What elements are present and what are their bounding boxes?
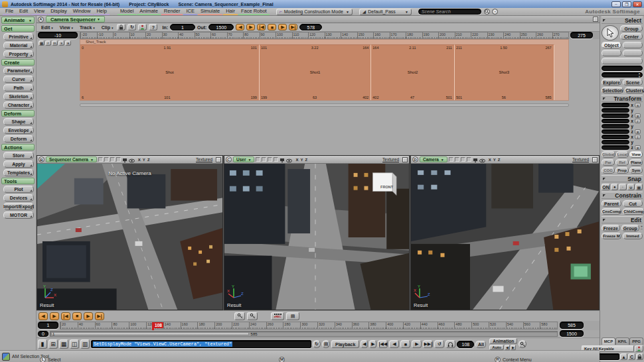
sequencer-menu-track[interactable]: Track ▾	[78, 25, 97, 30]
skip-start-icon[interactable]: |◀	[257, 24, 266, 30]
t-mode-icon[interactable]: t	[635, 135, 641, 139]
flipbook-icon[interactable]: ▤	[286, 312, 299, 320]
play-icon[interactable]: ▶	[278, 24, 287, 30]
ruler-start-field[interactable]: -10	[38, 32, 78, 38]
layout-quad-icon[interactable]: ⊞	[48, 339, 58, 349]
viewport-d-scene[interactable]: Y Z X Result	[411, 164, 599, 310]
axis-x-toggle[interactable]: X	[489, 158, 491, 162]
plus-minus-icon[interactable]: +–	[641, 225, 643, 231]
character-icon[interactable]	[138, 24, 147, 30]
r-mode-icon[interactable]: r	[635, 119, 641, 123]
sequencer-menu-view[interactable]: View ▾	[58, 25, 75, 30]
sequencer-clip[interactable]: 1642.11211Shot240247501	[371, 44, 455, 100]
viewport-c-scene[interactable]: FRONT Y Z X Result	[224, 164, 409, 310]
character-key-icon[interactable]	[635, 345, 643, 352]
toolbar-button-store[interactable]: Store	[3, 152, 34, 159]
range-slider[interactable]: 1 585	[50, 331, 558, 337]
freeze-button[interactable]: Freeze	[602, 225, 620, 231]
explore-button[interactable]: Explore	[602, 79, 621, 86]
axis-z-toggle[interactable]: Z	[147, 158, 150, 162]
menu-hair[interactable]: Hair	[223, 8, 238, 15]
track-toggle-m[interactable]: m	[52, 40, 58, 46]
parent-button[interactable]: Parent	[602, 200, 621, 207]
play-icon[interactable]: ▶	[84, 312, 93, 320]
axis-toggle-group[interactable]: X Y Z	[295, 158, 307, 162]
next-frame-icon[interactable]: ▶	[246, 24, 255, 30]
memo-cam-slot[interactable]	[98, 157, 103, 162]
selection-button[interactable]: Selection	[602, 87, 623, 93]
autokey-button[interactable]: Auto	[489, 345, 504, 350]
tab-camera-sequencer[interactable]: Camera Sequencer ▼	[46, 16, 105, 23]
script-refresh-icon[interactable]: ↻	[313, 340, 321, 348]
script-editor-icon[interactable]: ▤	[322, 340, 330, 348]
prop-button[interactable]: Prop	[615, 167, 629, 174]
viewport-letter-badge[interactable]: D	[412, 156, 418, 162]
viewport-c[interactable]: C User▼ X Y Z Textured	[224, 155, 410, 310]
all-button[interactable]: All	[475, 341, 486, 348]
local-button[interactable]: Local	[616, 151, 629, 158]
par-button[interactable]: Par	[602, 159, 615, 166]
lock-icon[interactable]	[636, 353, 643, 360]
viewport-b[interactable]: B Sequencer Camera▼ X Y Z Textured	[37, 155, 223, 310]
skip-end-icon[interactable]: ▶|	[289, 24, 297, 30]
skip-end-icon[interactable]: ▶▶|	[423, 340, 433, 348]
viewport-letter-badge[interactable]: C	[226, 156, 232, 162]
axis-z-toggle[interactable]: Z	[498, 158, 501, 162]
select-cursor-button[interactable]	[602, 25, 619, 40]
current-frame-field[interactable]: 108	[457, 341, 474, 348]
next-frame-icon[interactable]: ▶	[369, 340, 376, 348]
toolbar-button-property[interactable]: Property	[3, 50, 34, 58]
auto-prev-icon[interactable]: ◀	[505, 345, 510, 350]
auto-next-icon[interactable]: ▶	[511, 345, 516, 350]
filter-wide-button[interactable]	[602, 58, 643, 64]
skip-start-icon[interactable]: |◀◀	[378, 340, 388, 348]
track-toggle-a[interactable]: a	[65, 40, 71, 46]
filter-slot-button[interactable]	[602, 50, 621, 56]
viewport-maximize-icon[interactable]	[216, 157, 221, 162]
stop-icon[interactable]: ■	[400, 340, 410, 348]
selection-combo[interactable]: ▲▼	[602, 72, 643, 78]
stop-icon[interactable]: ■	[268, 24, 276, 30]
shading-mode-menu[interactable]: Textured	[196, 157, 214, 162]
search-input[interactable]: Scene Search	[418, 9, 481, 15]
snap-magnet-icon[interactable]: ∪	[627, 184, 635, 190]
sequencer-menu-clip[interactable]: Clip ▾	[100, 25, 116, 30]
transform-value-field[interactable]	[602, 124, 629, 129]
help-icon[interactable]: ?	[149, 24, 157, 30]
transform-value-field[interactable]	[602, 119, 629, 123]
timeline-ruler[interactable]: 108 204060801001201401601802002202402602…	[60, 322, 558, 330]
snap-on-button[interactable]: ON	[602, 184, 610, 190]
snap-grid-icon[interactable]: ▦	[635, 184, 643, 190]
global-button[interactable]: Global	[602, 151, 615, 158]
script-command-input[interactable]: SetDisplayMode "Views.ViewC.UserCamera",…	[91, 340, 311, 348]
shading-mode-menu[interactable]: Textured	[572, 157, 591, 162]
cog-button[interactable]: COG	[602, 167, 615, 174]
track-toggle-s[interactable]: s	[58, 40, 64, 46]
lock-icon[interactable]	[117, 24, 125, 30]
key-pointer-icon[interactable]	[247, 312, 258, 320]
playback-menu-button[interactable]: Playback	[331, 340, 359, 348]
axis-z-toggle[interactable]: Z	[305, 158, 307, 162]
sequencer-scrollbar[interactable]	[80, 103, 569, 107]
memo-cam-slot[interactable]	[449, 157, 453, 162]
axis-y-toggle[interactable]: Y	[493, 158, 496, 162]
key-icon[interactable]	[234, 312, 245, 320]
memo-cam-slot[interactable]	[104, 157, 109, 162]
memo-cam-slot[interactable]	[455, 157, 459, 162]
menu-edit[interactable]: Edit	[17, 8, 31, 15]
memo-cam-slot[interactable]	[110, 157, 115, 162]
layout-single-icon[interactable]: ▮	[38, 339, 47, 349]
menu-help[interactable]: Help	[94, 8, 109, 15]
cut-button[interactable]: Cut	[623, 200, 643, 207]
view-button[interactable]: View	[629, 151, 643, 158]
sequencer-menu-edit[interactable]: Edit ▾	[39, 25, 55, 30]
axis-y-toggle[interactable]: Y	[143, 158, 145, 162]
toolbar-button-primitive[interactable]: Primitive	[3, 33, 34, 40]
out-field[interactable]: 1500	[208, 24, 234, 30]
axis-toggle-group[interactable]: X Y Z	[138, 158, 150, 162]
shading-mode-menu[interactable]: Textured	[382, 157, 401, 162]
viewport-letter-badge[interactable]: B	[39, 156, 44, 162]
sym-button[interactable]: Sym	[629, 167, 643, 174]
memo-cam-slot[interactable]	[268, 157, 272, 162]
toolbar-button-plot[interactable]: Plot	[3, 186, 34, 193]
